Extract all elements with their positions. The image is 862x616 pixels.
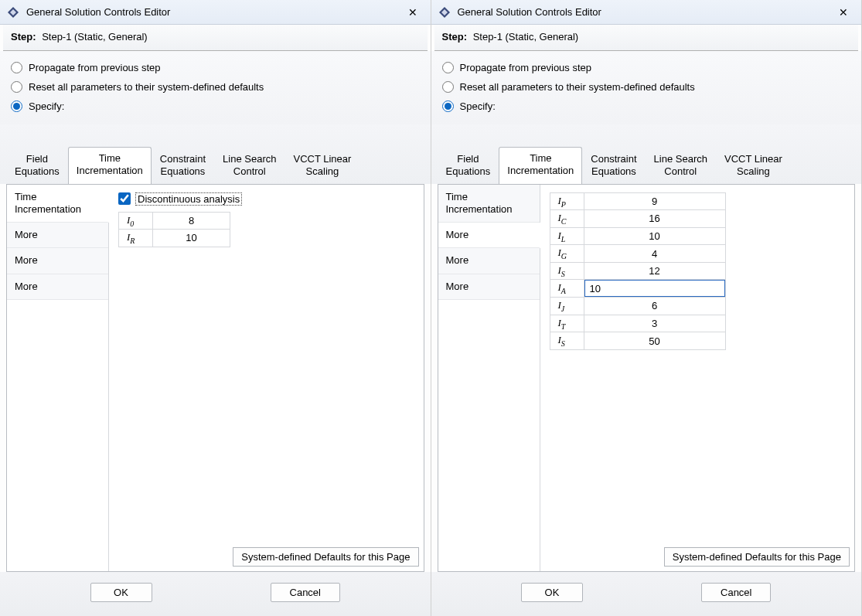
radio-reset[interactable]: Reset all parameters to their system-def… (11, 81, 420, 93)
subcontent: Discontinuous analysis I0 8 IR 10 System… (109, 185, 424, 572)
tab-line-search-control[interactable]: Line SearchControl (214, 148, 284, 185)
close-icon[interactable]: ✕ (401, 3, 424, 22)
tab-pane: Time Incrementation More More More Disco… (6, 184, 424, 573)
param-value[interactable]: 3 (584, 315, 725, 332)
radio-reset-input[interactable] (442, 81, 454, 93)
param-symbol: IC (550, 210, 584, 228)
tab-field-equations[interactable]: FieldEquations (438, 148, 499, 185)
subtab-more-2[interactable]: More (438, 248, 540, 274)
radio-specify-label: Specify: (29, 100, 64, 112)
subtab-time-incrementation[interactable]: Time Incrementation (438, 185, 540, 223)
close-icon[interactable]: ✕ (832, 3, 855, 22)
radio-specify-input[interactable] (11, 100, 22, 112)
subtab-more-1[interactable]: More (438, 223, 540, 248)
table-row: IL10 (550, 227, 725, 245)
param-symbol: IL (550, 227, 584, 245)
param-value[interactable]: 10 (584, 227, 725, 245)
radio-group: Propagate from previous step Reset all p… (0, 51, 431, 124)
radio-specify[interactable]: Specify: (442, 100, 851, 112)
discontinuous-label: Discontinuous analysis (135, 192, 242, 206)
discontinuous-checkbox[interactable] (118, 192, 131, 205)
tabs: FieldEquations TimeIncrementation Constr… (0, 124, 431, 184)
param-value[interactable]: 8 (153, 212, 230, 230)
param-symbol: I0 (119, 212, 153, 230)
app-icon (6, 5, 20, 19)
step-value: Step-1 (Static, General) (42, 31, 148, 43)
subcontent: IP9 IC16 IL10 IG4 IS12 IA IJ6 IT3 IS50 S… (540, 185, 855, 572)
param-value-editing[interactable] (584, 280, 725, 298)
table-row: IP9 (550, 192, 725, 210)
subtab-more-3[interactable]: More (7, 274, 108, 300)
step-row: Step: Step-1 (Static, General) (3, 25, 428, 51)
param-symbol: IT (550, 315, 584, 332)
table-row: IG4 (550, 245, 725, 263)
radio-propagate-label: Propagate from previous step (460, 62, 592, 73)
tabs: FieldEquations TimeIncrementation Constr… (431, 124, 862, 184)
tab-field-equations[interactable]: FieldEquations (6, 148, 68, 185)
radio-propagate-input[interactable] (442, 62, 454, 73)
subtab-more-2[interactable]: More (7, 248, 108, 274)
param-table: I0 8 IR 10 (118, 212, 230, 247)
app-icon (438, 5, 451, 19)
param-symbol: IG (550, 245, 584, 263)
subtab-more-1[interactable]: More (7, 223, 108, 248)
ok-button[interactable]: OK (521, 583, 583, 602)
param-value[interactable]: 6 (584, 298, 725, 315)
titlebar: General Solution Controls Editor ✕ (431, 0, 862, 25)
subtab-more-3[interactable]: More (438, 274, 540, 300)
param-value[interactable]: 4 (584, 245, 725, 263)
param-symbol: IJ (550, 298, 584, 315)
radio-specify-input[interactable] (442, 100, 454, 112)
param-symbol: IA (550, 280, 584, 298)
window-title: General Solution Controls Editor (26, 6, 401, 18)
tab-constraint-equations[interactable]: ConstraintEquations (152, 148, 214, 185)
cancel-button[interactable]: Cancel (271, 583, 340, 602)
tab-time-incrementation[interactable]: TimeIncrementation (499, 147, 582, 185)
cancel-button[interactable]: Cancel (701, 583, 771, 602)
param-symbol: IS (550, 332, 584, 350)
tab-time-incrementation[interactable]: TimeIncrementation (68, 147, 152, 185)
subtabs: Time Incrementation More More More (438, 185, 540, 572)
table-row: IT3 (550, 315, 725, 332)
subtabs: Time Incrementation More More More (7, 185, 109, 572)
titlebar: General Solution Controls Editor ✕ (0, 0, 431, 25)
tab-line-search-control[interactable]: Line SearchControl (646, 148, 716, 185)
radio-propagate[interactable]: Propagate from previous step (11, 62, 420, 73)
radio-reset[interactable]: Reset all parameters to their system-def… (442, 81, 851, 93)
param-value[interactable]: 9 (584, 192, 725, 210)
system-defaults-button[interactable]: System-defined Defaults for this Page (664, 547, 850, 567)
step-row: Step: Step-1 (Static, General) (434, 25, 859, 51)
right-window: General Solution Controls Editor ✕ Step:… (431, 0, 863, 616)
param-value[interactable]: 50 (584, 332, 725, 350)
radio-propagate[interactable]: Propagate from previous step (442, 62, 851, 73)
table-row: I0 8 (119, 212, 230, 230)
radio-propagate-input[interactable] (11, 62, 22, 73)
param-value[interactable]: 10 (153, 230, 230, 247)
button-row: OK Cancel (431, 572, 862, 616)
table-row: IC16 (550, 210, 725, 228)
radio-propagate-label: Propagate from previous step (29, 62, 161, 73)
param-symbol: IP (550, 192, 584, 210)
subtab-time-incrementation[interactable]: Time Incrementation (7, 185, 109, 223)
tab-vcct-linear-scaling[interactable]: VCCT LinearScaling (284, 148, 359, 185)
param-symbol: IR (119, 230, 153, 247)
radio-reset-input[interactable] (11, 81, 22, 93)
radio-reset-label: Reset all parameters to their system-def… (460, 81, 695, 93)
system-defaults-button[interactable]: System-defined Defaults for this Page (233, 547, 418, 567)
tab-pane: Time Incrementation More More More IP9 I… (438, 184, 856, 573)
param-value[interactable]: 12 (584, 262, 725, 280)
param-value[interactable]: 16 (584, 210, 725, 228)
table-row: IR 10 (119, 230, 230, 247)
step-value: Step-1 (Static, General) (473, 31, 579, 43)
tab-vcct-linear-scaling[interactable]: VCCT LinearScaling (716, 148, 791, 185)
table-row: IJ6 (550, 298, 725, 315)
radio-specify[interactable]: Specify: (11, 100, 420, 112)
tab-constraint-equations[interactable]: ConstraintEquations (582, 148, 645, 185)
param-input[interactable] (584, 280, 725, 297)
table-row: IS12 (550, 262, 725, 280)
table-row: IS50 (550, 332, 725, 350)
radio-group: Propagate from previous step Reset all p… (431, 51, 862, 124)
discontinuous-row[interactable]: Discontinuous analysis (118, 192, 414, 206)
step-label: Step: (442, 31, 468, 43)
ok-button[interactable]: OK (90, 583, 152, 602)
